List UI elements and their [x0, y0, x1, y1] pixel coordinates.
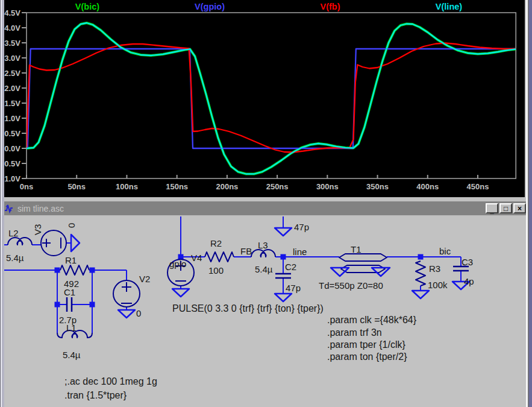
resistor-R1[interactable]: [60, 265, 89, 275]
schematic-canvas[interactable]: L2 5.4µ V3 0 R1 492 C1 2.7p L1 5.4µ V2 0…: [0, 216, 532, 407]
ground-icon: [412, 291, 429, 298]
minimize-button[interactable]: _: [486, 203, 498, 213]
net-label-line: line: [293, 247, 307, 257]
x-tick-label: 350ns: [366, 182, 389, 191]
ground-icon-rotated: [71, 235, 80, 251]
y-tick-label: 2.0V: [4, 84, 20, 93]
y-tick-label: 1.0V: [4, 114, 20, 123]
y-tick-label: 3.0V: [4, 54, 20, 63]
frame-edge-right: [526, 0, 532, 407]
directive-param-clk: .param clk ={48k*64}: [327, 315, 417, 325]
net-label-fb: FB: [240, 246, 252, 256]
x-tick-label: 300ns: [316, 182, 339, 191]
x-tick-label: 150ns: [166, 182, 188, 191]
legend-label-Vbic[interactable]: V(bic): [75, 2, 99, 11]
directive-tran: .tran {1.5*tper}: [64, 390, 127, 400]
ground-icon: [172, 289, 189, 297]
y-tick-label: 0.5V: [4, 129, 20, 138]
schematic-titlebar: sim tline.asc _ □ ×: [0, 201, 532, 216]
label-R2-name: R2: [210, 238, 222, 248]
label-T1-name: T1: [351, 244, 361, 254]
maximize-button[interactable]: □: [499, 203, 512, 213]
window-controls: _ □ ×: [486, 203, 526, 213]
label-T1-value: Td=550p Z0=80: [319, 280, 383, 291]
label-V2-value: 0: [136, 308, 141, 318]
waveform-plot[interactable]: 4.5V4.0V3.5V3.0V2.5V2.0V1.5V1.0V0.5V0.0V…: [0, 0, 532, 197]
ltspice-icon: [4, 203, 14, 213]
resistor-R3[interactable]: [416, 261, 425, 286]
y-tick-label: 3.5V: [4, 39, 20, 48]
x-tick-label: 250ns: [266, 182, 289, 191]
label-R2-value: 100: [208, 265, 224, 276]
x-tick-label: 100ns: [116, 182, 138, 191]
legend-label-Vgpio[interactable]: V(gpio): [195, 2, 225, 11]
label-C2-value: 47p: [286, 283, 301, 293]
legend-label-Vline[interactable]: V(line): [436, 2, 462, 11]
ground-icon: [118, 310, 135, 318]
y-tick-label: 2.5V: [4, 69, 20, 78]
x-tick-label: 50ns: [67, 182, 86, 191]
label-L3-value: 5.4µ: [255, 264, 273, 274]
label-R3-value: 100k: [428, 280, 448, 290]
capacitor-C1[interactable]: [67, 297, 72, 312]
label-Ctop-value: 47p: [294, 222, 309, 232]
label-V2-name: V2: [139, 274, 150, 284]
label-V3-value: 0: [66, 223, 77, 228]
directive-ac-comment: ;.ac dec 100 1meg 1g: [64, 376, 157, 386]
frame-edge-left: [0, 0, 4, 407]
close-button[interactable]: ×: [513, 203, 526, 213]
directive-param-tper: .param tper {1/clk}: [327, 339, 406, 350]
label-L2-value: 5.4µ: [6, 253, 24, 263]
x-tick-label: 200ns: [216, 182, 238, 191]
net-label-bic: bic: [439, 246, 451, 256]
label-C3-name: C3: [462, 257, 473, 267]
label-L1-value: 5.4µ: [63, 350, 81, 360]
net-label-gpio: gpio: [169, 259, 186, 269]
plot-background: [4, 0, 525, 197]
y-tick-label: 1.5V: [4, 99, 20, 108]
label-R3-name: R3: [429, 263, 440, 274]
label-V3-name: V3: [33, 224, 43, 235]
label-C1-name: C1: [64, 287, 75, 297]
label-V4-name: V4: [191, 253, 202, 263]
window-title: sim tline.asc: [17, 204, 486, 213]
label-R1-name: R1: [65, 255, 77, 265]
vsource-V3-polarity: [42, 238, 61, 248]
label-L2-name: L2: [8, 228, 19, 238]
label-L1-name: L1: [66, 323, 77, 333]
inductor-L2[interactable]: [8, 238, 32, 245]
y-tick-label: 4.5V: [4, 8, 20, 17]
resistor-R2[interactable]: [205, 252, 234, 262]
directive-param-ton: .param ton {tper/2}: [327, 352, 407, 362]
vsource-V2-polarity: [121, 282, 132, 303]
y-tick-label: 0.0V: [4, 144, 20, 153]
y-tick-label: -1.0V: [2, 174, 20, 183]
y-tick-label: 4.0V: [4, 24, 20, 33]
label-V4-value: PULSE(0 3.3 0 {trf} {trf} {ton} {tper}): [172, 303, 324, 314]
directive-param-trf: .param trf 3n: [327, 327, 382, 338]
capacitor-C2[interactable]: [275, 274, 291, 278]
ground-icon: [275, 228, 292, 236]
schematic-window: sim tline.asc _ □ ×: [0, 197, 532, 407]
capacitor-C3[interactable]: [453, 267, 469, 271]
label-C2-name: C2: [285, 262, 296, 272]
ltspice-app: 4.5V4.0V3.5V3.0V2.5V2.0V1.5V1.0V0.5V0.0V…: [0, 0, 532, 407]
x-tick-label: 450ns: [467, 182, 489, 191]
schematic-drawing: L2 5.4µ V3 0 R1 492 C1 2.7p L1 5.4µ V2 0…: [0, 216, 532, 407]
ground-icon: [275, 294, 292, 301]
y-tick-label: -0.5V: [2, 159, 20, 168]
x-tick-label: 400ns: [416, 182, 439, 191]
legend-label-Vfb[interactable]: V(fb): [320, 2, 340, 11]
label-C3-value: 4p: [464, 276, 474, 286]
x-tick-label: 0ns: [20, 182, 33, 191]
inductor-L3[interactable]: [251, 250, 275, 257]
label-L3-name: L3: [258, 240, 268, 250]
waveform-pane[interactable]: 4.5V4.0V3.5V3.0V2.5V2.0V1.5V1.0V0.5V0.0V…: [0, 0, 532, 197]
